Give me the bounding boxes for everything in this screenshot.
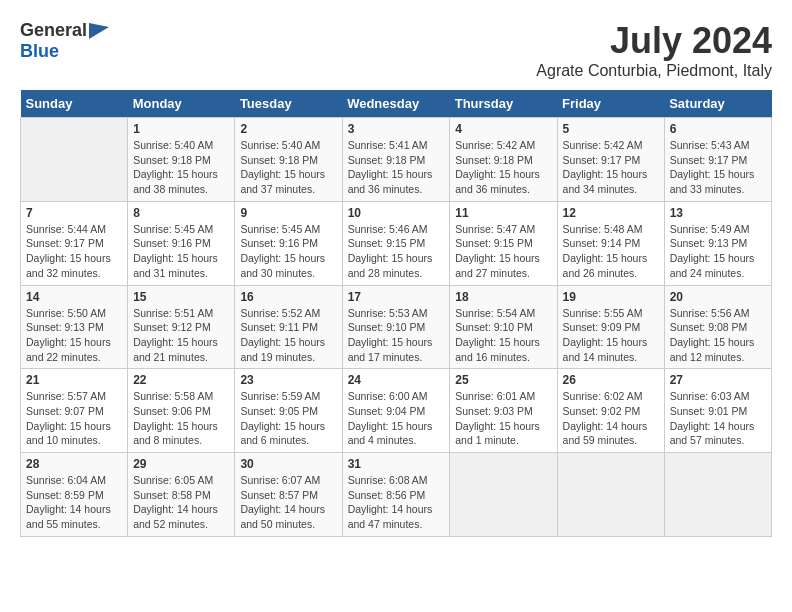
calendar-body: 1Sunrise: 5:40 AM Sunset: 9:18 PM Daylig… bbox=[21, 118, 772, 537]
calendar-header: SundayMondayTuesdayWednesdayThursdayFrid… bbox=[21, 90, 772, 118]
weekday-header-monday: Monday bbox=[128, 90, 235, 118]
day-number: 31 bbox=[348, 457, 445, 471]
weekday-header-thursday: Thursday bbox=[450, 90, 557, 118]
day-info: Sunrise: 5:43 AM Sunset: 9:17 PM Dayligh… bbox=[670, 138, 766, 197]
calendar-cell: 9Sunrise: 5:45 AM Sunset: 9:16 PM Daylig… bbox=[235, 201, 342, 285]
calendar-cell: 15Sunrise: 5:51 AM Sunset: 9:12 PM Dayli… bbox=[128, 285, 235, 369]
logo-general: General bbox=[20, 20, 87, 41]
day-number: 2 bbox=[240, 122, 336, 136]
calendar-cell: 30Sunrise: 6:07 AM Sunset: 8:57 PM Dayli… bbox=[235, 453, 342, 537]
day-info: Sunrise: 5:40 AM Sunset: 9:18 PM Dayligh… bbox=[133, 138, 229, 197]
title-area: July 2024 Agrate Conturbia, Piedmont, It… bbox=[536, 20, 772, 80]
day-info: Sunrise: 5:44 AM Sunset: 9:17 PM Dayligh… bbox=[26, 222, 122, 281]
day-info: Sunrise: 5:46 AM Sunset: 9:15 PM Dayligh… bbox=[348, 222, 445, 281]
calendar-cell: 5Sunrise: 5:42 AM Sunset: 9:17 PM Daylig… bbox=[557, 118, 664, 202]
calendar-cell: 22Sunrise: 5:58 AM Sunset: 9:06 PM Dayli… bbox=[128, 369, 235, 453]
calendar-cell: 3Sunrise: 5:41 AM Sunset: 9:18 PM Daylig… bbox=[342, 118, 450, 202]
calendar-cell: 11Sunrise: 5:47 AM Sunset: 9:15 PM Dayli… bbox=[450, 201, 557, 285]
calendar-cell: 27Sunrise: 6:03 AM Sunset: 9:01 PM Dayli… bbox=[664, 369, 771, 453]
calendar-cell: 24Sunrise: 6:00 AM Sunset: 9:04 PM Dayli… bbox=[342, 369, 450, 453]
day-info: Sunrise: 5:42 AM Sunset: 9:17 PM Dayligh… bbox=[563, 138, 659, 197]
calendar-cell: 26Sunrise: 6:02 AM Sunset: 9:02 PM Dayli… bbox=[557, 369, 664, 453]
day-info: Sunrise: 5:58 AM Sunset: 9:06 PM Dayligh… bbox=[133, 389, 229, 448]
day-info: Sunrise: 6:01 AM Sunset: 9:03 PM Dayligh… bbox=[455, 389, 551, 448]
day-number: 28 bbox=[26, 457, 122, 471]
location-subtitle: Agrate Conturbia, Piedmont, Italy bbox=[536, 62, 772, 80]
calendar-week-1: 1Sunrise: 5:40 AM Sunset: 9:18 PM Daylig… bbox=[21, 118, 772, 202]
day-number: 18 bbox=[455, 290, 551, 304]
day-number: 24 bbox=[348, 373, 445, 387]
day-number: 17 bbox=[348, 290, 445, 304]
day-info: Sunrise: 6:00 AM Sunset: 9:04 PM Dayligh… bbox=[348, 389, 445, 448]
day-number: 27 bbox=[670, 373, 766, 387]
weekday-header-saturday: Saturday bbox=[664, 90, 771, 118]
day-info: Sunrise: 5:54 AM Sunset: 9:10 PM Dayligh… bbox=[455, 306, 551, 365]
day-info: Sunrise: 5:45 AM Sunset: 9:16 PM Dayligh… bbox=[133, 222, 229, 281]
weekday-header-row: SundayMondayTuesdayWednesdayThursdayFrid… bbox=[21, 90, 772, 118]
calendar-cell: 13Sunrise: 5:49 AM Sunset: 9:13 PM Dayli… bbox=[664, 201, 771, 285]
day-number: 25 bbox=[455, 373, 551, 387]
day-info: Sunrise: 5:41 AM Sunset: 9:18 PM Dayligh… bbox=[348, 138, 445, 197]
day-number: 6 bbox=[670, 122, 766, 136]
day-number: 11 bbox=[455, 206, 551, 220]
calendar-cell: 1Sunrise: 5:40 AM Sunset: 9:18 PM Daylig… bbox=[128, 118, 235, 202]
calendar-cell: 21Sunrise: 5:57 AM Sunset: 9:07 PM Dayli… bbox=[21, 369, 128, 453]
calendar-cell bbox=[21, 118, 128, 202]
calendar-cell: 31Sunrise: 6:08 AM Sunset: 8:56 PM Dayli… bbox=[342, 453, 450, 537]
day-number: 14 bbox=[26, 290, 122, 304]
day-number: 23 bbox=[240, 373, 336, 387]
calendar-cell: 12Sunrise: 5:48 AM Sunset: 9:14 PM Dayli… bbox=[557, 201, 664, 285]
calendar-cell: 10Sunrise: 5:46 AM Sunset: 9:15 PM Dayli… bbox=[342, 201, 450, 285]
day-number: 15 bbox=[133, 290, 229, 304]
calendar-cell: 14Sunrise: 5:50 AM Sunset: 9:13 PM Dayli… bbox=[21, 285, 128, 369]
day-number: 1 bbox=[133, 122, 229, 136]
header: General Blue July 2024 Agrate Conturbia,… bbox=[20, 20, 772, 80]
calendar-week-5: 28Sunrise: 6:04 AM Sunset: 8:59 PM Dayli… bbox=[21, 453, 772, 537]
day-number: 3 bbox=[348, 122, 445, 136]
day-info: Sunrise: 5:49 AM Sunset: 9:13 PM Dayligh… bbox=[670, 222, 766, 281]
day-info: Sunrise: 5:45 AM Sunset: 9:16 PM Dayligh… bbox=[240, 222, 336, 281]
day-number: 19 bbox=[563, 290, 659, 304]
calendar-week-3: 14Sunrise: 5:50 AM Sunset: 9:13 PM Dayli… bbox=[21, 285, 772, 369]
day-info: Sunrise: 5:48 AM Sunset: 9:14 PM Dayligh… bbox=[563, 222, 659, 281]
logo-flag-icon bbox=[89, 23, 109, 39]
day-info: Sunrise: 5:56 AM Sunset: 9:08 PM Dayligh… bbox=[670, 306, 766, 365]
day-number: 8 bbox=[133, 206, 229, 220]
day-info: Sunrise: 5:50 AM Sunset: 9:13 PM Dayligh… bbox=[26, 306, 122, 365]
weekday-header-wednesday: Wednesday bbox=[342, 90, 450, 118]
day-number: 4 bbox=[455, 122, 551, 136]
day-number: 5 bbox=[563, 122, 659, 136]
calendar-week-4: 21Sunrise: 5:57 AM Sunset: 9:07 PM Dayli… bbox=[21, 369, 772, 453]
calendar-cell bbox=[664, 453, 771, 537]
month-year-title: July 2024 bbox=[536, 20, 772, 62]
day-number: 16 bbox=[240, 290, 336, 304]
calendar-cell: 17Sunrise: 5:53 AM Sunset: 9:10 PM Dayli… bbox=[342, 285, 450, 369]
weekday-header-friday: Friday bbox=[557, 90, 664, 118]
day-number: 26 bbox=[563, 373, 659, 387]
day-info: Sunrise: 5:40 AM Sunset: 9:18 PM Dayligh… bbox=[240, 138, 336, 197]
day-info: Sunrise: 5:57 AM Sunset: 9:07 PM Dayligh… bbox=[26, 389, 122, 448]
logo-blue: Blue bbox=[20, 41, 59, 62]
calendar-cell: 25Sunrise: 6:01 AM Sunset: 9:03 PM Dayli… bbox=[450, 369, 557, 453]
calendar-cell: 28Sunrise: 6:04 AM Sunset: 8:59 PM Dayli… bbox=[21, 453, 128, 537]
day-info: Sunrise: 5:42 AM Sunset: 9:18 PM Dayligh… bbox=[455, 138, 551, 197]
day-info: Sunrise: 5:59 AM Sunset: 9:05 PM Dayligh… bbox=[240, 389, 336, 448]
calendar-cell bbox=[450, 453, 557, 537]
day-info: Sunrise: 5:51 AM Sunset: 9:12 PM Dayligh… bbox=[133, 306, 229, 365]
day-info: Sunrise: 6:02 AM Sunset: 9:02 PM Dayligh… bbox=[563, 389, 659, 448]
calendar-cell: 4Sunrise: 5:42 AM Sunset: 9:18 PM Daylig… bbox=[450, 118, 557, 202]
day-info: Sunrise: 6:05 AM Sunset: 8:58 PM Dayligh… bbox=[133, 473, 229, 532]
calendar-cell: 18Sunrise: 5:54 AM Sunset: 9:10 PM Dayli… bbox=[450, 285, 557, 369]
day-info: Sunrise: 6:08 AM Sunset: 8:56 PM Dayligh… bbox=[348, 473, 445, 532]
weekday-header-sunday: Sunday bbox=[21, 90, 128, 118]
weekday-header-tuesday: Tuesday bbox=[235, 90, 342, 118]
calendar-cell: 2Sunrise: 5:40 AM Sunset: 9:18 PM Daylig… bbox=[235, 118, 342, 202]
logo: General Blue bbox=[20, 20, 109, 62]
calendar-cell: 16Sunrise: 5:52 AM Sunset: 9:11 PM Dayli… bbox=[235, 285, 342, 369]
calendar-cell: 19Sunrise: 5:55 AM Sunset: 9:09 PM Dayli… bbox=[557, 285, 664, 369]
day-info: Sunrise: 6:03 AM Sunset: 9:01 PM Dayligh… bbox=[670, 389, 766, 448]
day-number: 30 bbox=[240, 457, 336, 471]
day-info: Sunrise: 5:52 AM Sunset: 9:11 PM Dayligh… bbox=[240, 306, 336, 365]
calendar-cell: 20Sunrise: 5:56 AM Sunset: 9:08 PM Dayli… bbox=[664, 285, 771, 369]
calendar-cell: 7Sunrise: 5:44 AM Sunset: 9:17 PM Daylig… bbox=[21, 201, 128, 285]
